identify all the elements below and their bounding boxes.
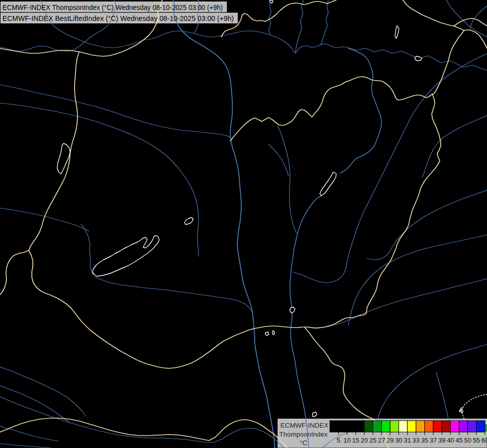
legend-color-cell (338, 421, 347, 432)
weather-map: 4 ECMWF-INDEX ThompsonIndex °C 510152025… (0, 0, 487, 448)
legend-title-line2: ThompsonIndex (280, 431, 328, 438)
legend-title-line1: ECMWF-INDEX (281, 422, 329, 429)
legend-color-cell (356, 421, 364, 432)
legend-color-cell (364, 421, 373, 432)
lake-center-2 (265, 332, 269, 336)
legend-tick-label: 40 (447, 437, 454, 444)
legend-color-cell (459, 421, 468, 432)
legend-tick-label: 50 (464, 437, 471, 444)
legend-color-cell (433, 421, 442, 432)
map-title-line1: ECMWF-INDEX ThompsonIndex (°C) Wednesday… (2, 3, 223, 11)
lake-top-edge (270, 0, 273, 3)
legend-tick-label: 29 (387, 437, 393, 444)
legend-unit: °C (299, 439, 307, 447)
legend-color-cell (468, 421, 476, 432)
legend-tick-label: 31 (404, 437, 411, 444)
legend-color-cell (399, 421, 407, 432)
legend-tick-label: 25 (369, 437, 376, 444)
legend-tick-label: 10 (343, 437, 350, 444)
legend-tick-label: 35 (421, 437, 428, 444)
legend-color-cell (425, 421, 433, 432)
legend-color-cell (330, 421, 338, 432)
legend-tick-label: 39 (438, 437, 445, 444)
legend-tick-label: 27 (378, 437, 385, 444)
legend-tick-label: 33 (412, 437, 419, 444)
legend-tick-label: 20 (361, 437, 368, 444)
legend-color-cell (451, 421, 459, 432)
legend-color-cell (407, 421, 416, 432)
legend-tick-label: 60 (482, 437, 487, 444)
contour-value-label: 4 (459, 406, 463, 414)
legend-color-cell (477, 421, 485, 432)
legend-color-cell (390, 421, 398, 432)
legend-color-cell (347, 421, 356, 432)
legend-tick-label: 45 (456, 437, 463, 444)
legend-color-cell (416, 421, 424, 432)
legend-tick-label: 55 (473, 437, 480, 444)
legend-tick-label: 15 (352, 437, 359, 444)
legend-color-cell (373, 421, 382, 432)
legend-tick-label: 5 (337, 437, 340, 444)
map-title-line2: ECMWF-INDEX BestLiftedIndex (°C) Wednesd… (2, 14, 234, 22)
legend-color-cell (442, 421, 450, 432)
legend-tick-label: 30 (395, 437, 402, 444)
legend-color-cell (382, 421, 390, 432)
legend-tick-label: 37 (430, 437, 437, 444)
